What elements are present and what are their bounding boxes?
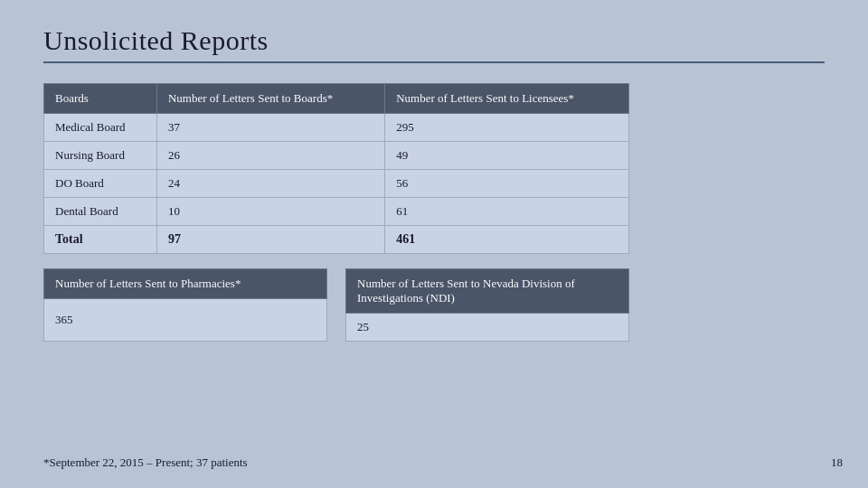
- table-cell: 56: [385, 170, 629, 198]
- table-cell: Nursing Board: [44, 142, 157, 170]
- table-cell: Dental Board: [44, 198, 157, 226]
- table-cell: 37: [156, 114, 384, 142]
- main-table: Boards Number of Letters Sent to Boards*…: [43, 83, 629, 254]
- title-divider: [43, 61, 825, 63]
- table-cell: Total: [44, 226, 157, 254]
- sub-tables: Number of Letters Sent to Pharmacies* 36…: [43, 268, 629, 342]
- col-header-boards: Boards: [44, 84, 157, 114]
- sub-table-pharmacies: Number of Letters Sent to Pharmacies* 36…: [43, 268, 327, 342]
- table-cell: DO Board: [44, 170, 157, 198]
- table-row: Total97461: [44, 226, 629, 254]
- col-header-boards-letters: Number of Letters Sent to Boards*: [156, 84, 384, 114]
- table-row: DO Board2456: [44, 170, 629, 198]
- content-area: Boards Number of Letters Sent to Boards*…: [43, 83, 825, 342]
- sub-table-pharmacies-header: Number of Letters Sent to Pharmacies*: [44, 269, 327, 299]
- sub-table-ndi-value: 25: [346, 314, 629, 342]
- table-cell: 61: [385, 198, 629, 226]
- table-cell: 49: [385, 142, 629, 170]
- table-cell: 10: [156, 198, 384, 226]
- table-cell: Medical Board: [44, 114, 157, 142]
- table-cell: 24: [156, 170, 384, 198]
- col-header-licensees-letters: Number of Letters Sent to Licensees*: [385, 84, 629, 114]
- sub-table-pharmacies-value: 365: [44, 299, 327, 342]
- table-cell: 26: [156, 142, 384, 170]
- page-number: 18: [831, 455, 843, 470]
- table-cell: 295: [385, 114, 629, 142]
- table-row: Nursing Board2649: [44, 142, 629, 170]
- slide: Unsolicited Reports Boards Number of Let…: [0, 0, 868, 488]
- sub-table-ndi: Number of Letters Sent to Nevada Divisio…: [345, 268, 629, 342]
- page-title: Unsolicited Reports: [43, 25, 825, 56]
- table-row: Dental Board1061: [44, 198, 629, 226]
- footnote: *September 22, 2015 – Present; 37 patien…: [43, 455, 248, 470]
- sub-table-ndi-header: Number of Letters Sent to Nevada Divisio…: [346, 269, 629, 314]
- table-row: Medical Board37295: [44, 114, 629, 142]
- table-cell: 461: [385, 226, 629, 254]
- table-cell: 97: [156, 226, 384, 254]
